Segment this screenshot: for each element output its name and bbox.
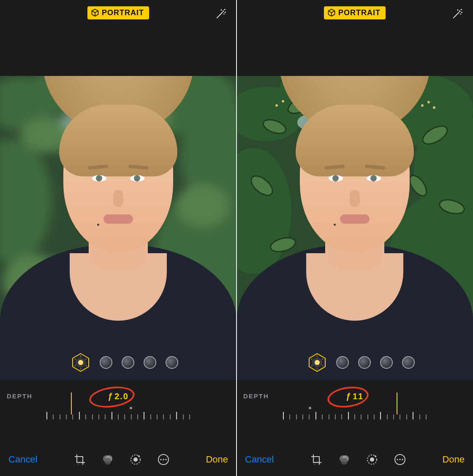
lighting-option-5[interactable]	[166, 356, 178, 369]
svg-point-37	[459, 11, 460, 12]
bottom-toolbar: Cancel Done	[236, 443, 473, 476]
svg-point-71	[322, 359, 323, 360]
lighting-effects-row	[71, 353, 166, 372]
wand-icon	[451, 8, 464, 20]
svg-point-31	[133, 457, 138, 462]
auto-enhance-button[interactable]	[451, 8, 464, 20]
adjust-tool-button[interactable]	[130, 454, 141, 465]
depth-fstop-value: ƒ2.0	[108, 392, 129, 401]
editor-panel-right: PORTRAIT	[236, 0, 473, 476]
cancel-button[interactable]: Cancel	[8, 454, 37, 465]
svg-point-25	[75, 365, 76, 366]
depth-control: DEPTH ƒ2.0	[0, 380, 236, 422]
wand-icon	[215, 8, 227, 20]
done-button[interactable]: Done	[206, 454, 228, 465]
svg-point-4	[224, 14, 225, 14]
cube-icon	[91, 8, 99, 17]
filters-icon	[338, 454, 350, 465]
svg-point-81	[375, 455, 376, 457]
top-bar: PORTRAIT	[0, 0, 236, 25]
depth-control: DEPTH ƒ11	[236, 380, 473, 422]
ellipsis-icon	[158, 454, 169, 465]
crop-icon	[74, 454, 86, 465]
depth-label: DEPTH	[243, 392, 269, 400]
depth-indicator	[397, 392, 397, 414]
cancel-button[interactable]: Cancel	[245, 454, 274, 465]
portrait-mode-badge[interactable]: PORTRAIT	[324, 6, 386, 19]
lighting-option-2[interactable]	[100, 356, 112, 369]
svg-point-29	[104, 458, 111, 465]
svg-point-0	[223, 11, 224, 12]
depth-label: DEPTH	[7, 392, 33, 400]
auto-enhance-button[interactable]	[215, 8, 227, 20]
adjust-icon	[366, 454, 378, 465]
svg-point-3	[221, 10, 222, 11]
lighting-option-3[interactable]	[358, 356, 371, 369]
svg-point-75	[311, 359, 312, 360]
svg-point-72	[322, 365, 323, 366]
filters-tool-button[interactable]	[102, 454, 114, 465]
svg-point-84	[399, 459, 400, 460]
svg-point-36	[165, 459, 166, 460]
lighting-option-3[interactable]	[122, 356, 134, 369]
lighting-option-4[interactable]	[380, 356, 393, 369]
subject	[4, 76, 232, 380]
crop-tool-button[interactable]	[74, 454, 86, 465]
portrait-mode-badge[interactable]: PORTRAIT	[87, 6, 149, 19]
depth-slider[interactable]	[283, 407, 427, 419]
svg-point-41	[460, 14, 461, 14]
svg-point-2	[225, 12, 226, 13]
subject	[241, 76, 469, 380]
svg-point-40	[457, 10, 458, 11]
svg-point-1	[224, 9, 225, 10]
bottom-toolbar: Cancel Done	[0, 443, 236, 476]
photo-preview[interactable]	[236, 76, 473, 380]
svg-point-80	[370, 457, 374, 462]
svg-point-32	[138, 455, 140, 457]
more-tool-button[interactable]	[394, 454, 406, 465]
svg-point-39	[461, 12, 462, 13]
svg-point-26	[75, 359, 76, 360]
done-button[interactable]: Done	[442, 454, 465, 465]
editor-panel-left: PORTRAIT	[0, 0, 236, 476]
lighting-option-2[interactable]	[336, 356, 349, 369]
cube-icon	[327, 8, 336, 17]
filters-tool-button[interactable]	[338, 454, 350, 465]
lighting-option-4[interactable]	[144, 356, 156, 369]
svg-point-23	[86, 365, 87, 366]
svg-point-70	[317, 356, 318, 357]
depth-slider[interactable]	[46, 407, 190, 419]
portrait-mode-label: PORTRAIT	[338, 8, 381, 17]
svg-point-85	[402, 459, 403, 460]
svg-point-34	[160, 459, 161, 460]
ellipsis-icon	[394, 454, 406, 465]
svg-point-74	[311, 365, 312, 366]
adjust-tool-button[interactable]	[366, 454, 378, 465]
photo-preview[interactable]	[0, 76, 236, 380]
filters-icon	[102, 454, 114, 465]
svg-point-21	[80, 356, 81, 357]
lighting-option-5[interactable]	[402, 356, 415, 369]
depth-fstop-value: ƒ11	[346, 392, 364, 401]
svg-point-78	[341, 458, 348, 465]
svg-point-22	[86, 359, 87, 360]
svg-point-73	[317, 368, 318, 369]
depth-indicator	[71, 392, 72, 414]
lighting-effects-row	[307, 353, 402, 372]
svg-point-24	[80, 368, 81, 369]
portrait-mode-label: PORTRAIT	[102, 8, 144, 17]
crop-icon	[310, 454, 322, 465]
svg-point-38	[461, 9, 462, 10]
lighting-natural-selected[interactable]	[307, 353, 327, 372]
crop-tool-button[interactable]	[310, 454, 322, 465]
svg-point-35	[163, 459, 164, 460]
svg-point-83	[397, 459, 398, 460]
top-bar: PORTRAIT	[236, 0, 473, 25]
svg-point-69	[315, 360, 320, 365]
adjust-icon	[130, 454, 141, 465]
svg-point-20	[78, 360, 83, 365]
more-tool-button[interactable]	[158, 454, 169, 465]
lighting-natural-selected[interactable]	[71, 353, 90, 372]
